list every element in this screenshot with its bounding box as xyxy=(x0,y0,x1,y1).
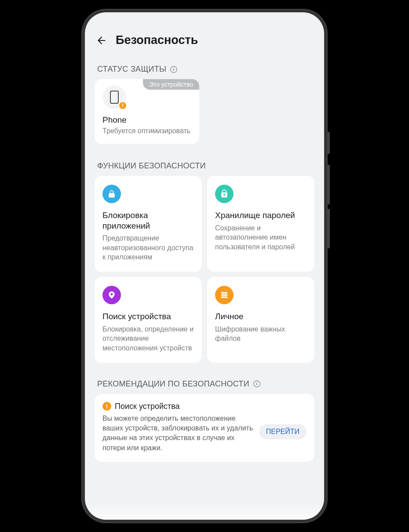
device-name: Phone xyxy=(102,115,191,125)
feature-password-vault[interactable]: Хранилище паролей Сохранение и автозапол… xyxy=(207,176,314,272)
location-pin-icon xyxy=(102,286,121,304)
alert-badge-icon: ! xyxy=(118,101,127,110)
feature-title: Хранилище паролей xyxy=(215,210,307,221)
phone-icon xyxy=(110,91,119,104)
section-header-protection: СТАТУС ЗАЩИТЫ xyxy=(85,57,324,79)
svg-rect-6 xyxy=(221,296,228,298)
info-icon[interactable] xyxy=(170,66,178,73)
alert-icon: ! xyxy=(102,402,111,411)
svg-rect-4 xyxy=(221,292,228,293)
feature-desc: Сохранение и автозаполнение имен пользов… xyxy=(215,223,307,252)
vault-icon xyxy=(215,185,234,203)
svg-rect-3 xyxy=(110,91,118,103)
recommendation-card: ! Поиск устройства Вы можете определить … xyxy=(95,394,314,462)
go-button[interactable]: ПЕРЕЙТИ xyxy=(259,424,307,439)
section-title: ФУНКЦИИ БЕЗОПАСНОСТИ xyxy=(97,161,206,171)
feature-title: Личное xyxy=(215,311,307,322)
arrow-left-icon xyxy=(96,35,107,46)
section-header-features: ФУНКЦИИ БЕЗОПАСНОСТИ xyxy=(85,144,324,176)
header: Безопасность xyxy=(85,12,324,57)
lock-icon xyxy=(102,185,121,203)
feature-desc: Предотвращение неавторизованного доступа… xyxy=(102,233,194,262)
recommendation-title: Поиск устройства xyxy=(115,402,180,411)
recommendation-desc: Вы можете определить местоположение ваши… xyxy=(102,414,254,453)
feature-desc: Блокировка, определение и отслеживание м… xyxy=(102,324,194,353)
device-status: Требуется оптимизировать xyxy=(102,127,191,136)
storage-icon xyxy=(215,286,234,304)
feature-desc: Шифрование важных файлов xyxy=(215,324,307,343)
feature-title: Поиск устройства xyxy=(102,311,194,322)
svg-rect-9 xyxy=(256,383,257,386)
svg-point-8 xyxy=(256,382,257,383)
svg-rect-5 xyxy=(221,294,228,295)
back-button[interactable] xyxy=(95,34,108,47)
page-title: Безопасность xyxy=(116,33,198,47)
svg-point-1 xyxy=(173,67,174,68)
feature-private[interactable]: Личное Шифрование важных файлов xyxy=(207,277,314,363)
section-title: СТАТУС ЗАЩИТЫ xyxy=(97,65,166,74)
section-header-recommendations: РЕКОМЕНДАЦИИ ПО БЕЗОПАСНОСТИ xyxy=(85,363,324,394)
info-icon[interactable] xyxy=(253,380,261,388)
feature-title: Блокировка приложений xyxy=(102,210,194,231)
device-badge: Это устройство xyxy=(143,79,199,90)
device-card[interactable]: Это устройство ! Phone Требуется оптимиз… xyxy=(95,79,199,144)
feature-app-lock[interactable]: Блокировка приложений Предотвращение неа… xyxy=(95,176,202,272)
feature-find-device[interactable]: Поиск устройства Блокировка, определение… xyxy=(95,277,202,363)
svg-rect-2 xyxy=(174,69,174,71)
section-title: РЕКОМЕНДАЦИИ ПО БЕЗОПАСНОСТИ xyxy=(97,379,249,389)
